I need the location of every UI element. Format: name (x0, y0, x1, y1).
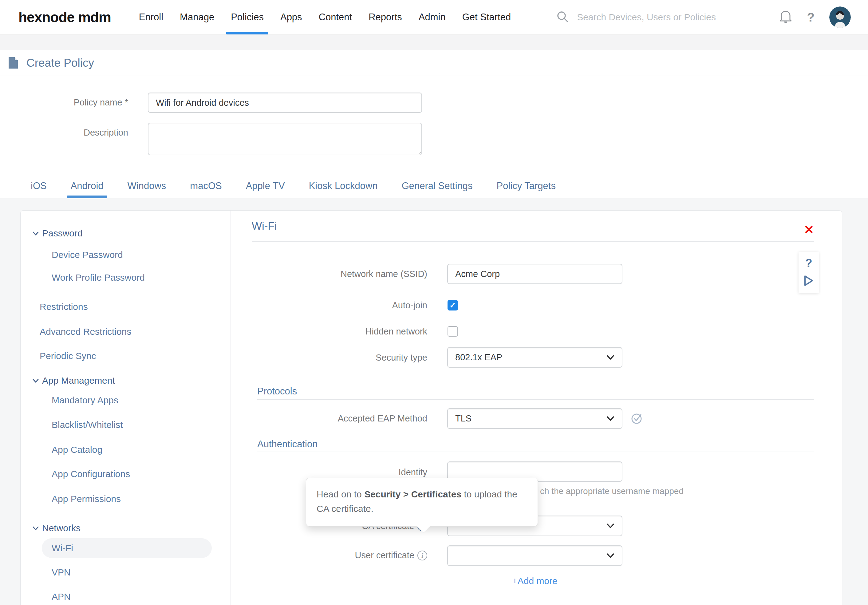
description-input[interactable] (148, 123, 422, 155)
nav-item-get-started[interactable]: Get Started (454, 0, 519, 34)
identity-label: Identity (252, 467, 427, 478)
info-icon[interactable]: i (417, 551, 427, 560)
nav-item-admin[interactable]: Admin (410, 0, 454, 34)
document-icon (9, 57, 18, 68)
sidebar-label: Wi-Fi (52, 543, 73, 553)
add-more-link[interactable]: +Add more (447, 576, 622, 586)
nav-item-reports[interactable]: Reports (360, 0, 410, 34)
security-type-value: 802.1x EAP (455, 352, 606, 363)
panel-help-icon[interactable]: ? (805, 257, 812, 270)
sidebar-label: Blacklist/Whitelist (52, 420, 123, 430)
tooltip-text: Head on to (316, 489, 364, 499)
sidebar-item-work-profile-password[interactable]: Work Profile Password (52, 268, 145, 287)
close-icon[interactable]: ✕ (804, 223, 814, 236)
sidebar-label: Work Profile Password (52, 272, 145, 283)
sidebar-item-blacklist-whitelist[interactable]: Blacklist/Whitelist (52, 415, 123, 435)
sidebar-label: App Catalog (52, 445, 102, 455)
sidebar-label: Periodic Sync (40, 351, 96, 361)
hexnode-logo[interactable]: hexnode mdm (19, 9, 111, 25)
page-header: Create Policy (0, 50, 868, 76)
policy-card: Password Device Password Work Profile Pa… (20, 210, 842, 605)
chevron-down-icon (606, 521, 614, 531)
sidebar-label: App Configurations (52, 469, 130, 479)
nav-item-manage[interactable]: Manage (172, 0, 223, 34)
protocols-section-title: Protocols (257, 386, 297, 397)
content-background: Password Device Password Work Profile Pa… (0, 198, 868, 605)
sidebar-label: App Permissions (52, 494, 121, 504)
protocols-divider (257, 399, 814, 400)
ssid-input[interactable] (447, 264, 622, 284)
sidebar-label: App Management (42, 375, 115, 386)
tab-policy-targets[interactable]: Policy Targets (497, 178, 556, 198)
sidebar-item-app-catalog[interactable]: App Catalog (52, 440, 102, 459)
nav-item-content[interactable]: Content (310, 0, 361, 34)
sidebar-label: Networks (42, 523, 81, 534)
chevron-down-icon (32, 377, 40, 385)
hidden-network-checkbox[interactable] (448, 326, 458, 337)
tab-general-settings[interactable]: General Settings (402, 178, 473, 198)
nav-item-policies[interactable]: Policies (223, 0, 272, 34)
sidebar-item-device-password[interactable]: Device Password (52, 245, 123, 265)
sidebar-item-mandatory-apps[interactable]: Mandatory Apps (52, 391, 118, 410)
wifi-settings-panel: Wi-Fi ✕ ? Network name (SSID) Auto-join … (252, 211, 842, 605)
help-float-panel: ? (798, 252, 819, 293)
sidebar-item-advanced-restrictions[interactable]: Advanced Restrictions (40, 322, 131, 341)
search-icon (556, 10, 569, 24)
tab-windows[interactable]: Windows (127, 178, 166, 198)
global-search (556, 10, 778, 24)
sidebar-label: Password (42, 228, 83, 239)
auto-join-checkbox[interactable] (448, 300, 458, 310)
panel-title: Wi-Fi (252, 220, 277, 232)
sidebar-section-app-management[interactable]: App Management (32, 371, 115, 391)
check-circle-icon (631, 412, 643, 426)
nav-menu: Enroll Manage Policies Apps Content Repo… (131, 0, 519, 34)
sidebar-label: Device Password (52, 250, 123, 260)
chevron-down-icon (606, 413, 614, 424)
play-icon[interactable] (803, 275, 814, 288)
user-certificate-label-row: User certificate i (252, 550, 427, 560)
policy-meta-form: Policy name * Description (0, 76, 868, 178)
chevron-down-icon (32, 524, 40, 532)
nav-item-enroll[interactable]: Enroll (131, 0, 172, 34)
chevron-down-icon (606, 551, 614, 561)
tab-ios[interactable]: iOS (31, 178, 47, 198)
policy-name-input[interactable] (148, 93, 422, 113)
auto-join-label: Auto-join (252, 300, 427, 310)
eap-method-select[interactable]: TLS (447, 408, 622, 429)
sidebar-item-app-permissions[interactable]: App Permissions (52, 489, 121, 509)
ca-certificate-tooltip: Head on to Security > Certificates to up… (306, 478, 538, 527)
description-label: Description (0, 123, 128, 157)
title-divider (252, 241, 814, 242)
notification-bell-icon[interactable] (779, 9, 792, 25)
help-icon[interactable]: ? (807, 11, 815, 24)
nav-item-apps[interactable]: Apps (272, 0, 310, 34)
user-certificate-select[interactable] (447, 545, 622, 566)
security-type-select[interactable]: 802.1x EAP (447, 347, 622, 368)
sidebar-item-wifi[interactable]: Wi-Fi (52, 538, 73, 558)
sidebar-label: APN (52, 591, 71, 602)
sidebar-item-periodic-sync[interactable]: Periodic Sync (40, 346, 96, 366)
sidebar-item-restrictions[interactable]: Restrictions (40, 297, 88, 316)
sidebar-item-apn[interactable]: APN (52, 587, 71, 605)
search-input[interactable] (577, 12, 749, 22)
sidebar-label: Advanced Restrictions (40, 326, 131, 337)
tab-kiosk-lockdown[interactable]: Kiosk Lockdown (309, 178, 378, 198)
settings-sidebar: Password Device Password Work Profile Pa… (20, 211, 231, 605)
tab-macos[interactable]: macOS (190, 178, 222, 198)
hidden-network-label: Hidden network (252, 326, 427, 337)
nav-right-icons: ? (779, 6, 851, 28)
tooltip-bold-text: Security > Certificates (364, 489, 461, 499)
tab-android[interactable]: Android (71, 178, 104, 198)
sidebar-section-password[interactable]: Password (32, 223, 83, 243)
platform-tabs: iOS Android Windows macOS Apple TV Kiosk… (0, 178, 868, 198)
tab-apple-tv[interactable]: Apple TV (246, 178, 285, 198)
authentication-section-title: Authentication (257, 439, 318, 450)
sidebar-item-vpn[interactable]: VPN (52, 563, 71, 582)
sidebar-item-app-configurations[interactable]: App Configurations (52, 464, 130, 484)
identity-helper-text: ch the appropriate username mapped (540, 486, 684, 496)
ssid-label: Network name (SSID) (252, 269, 427, 279)
user-avatar[interactable] (829, 6, 851, 28)
sidebar-section-networks[interactable]: Networks (32, 518, 81, 538)
policy-name-label: Policy name * (0, 93, 128, 113)
sidebar-label: VPN (52, 567, 71, 578)
